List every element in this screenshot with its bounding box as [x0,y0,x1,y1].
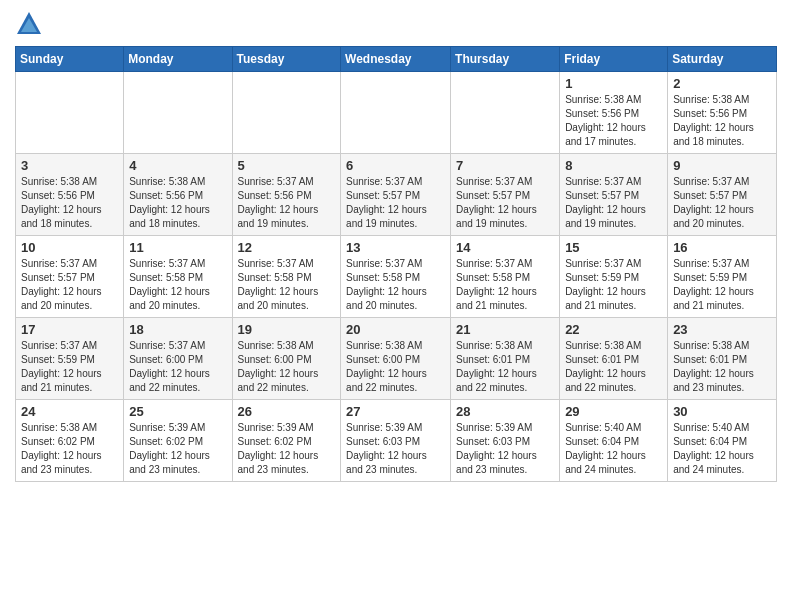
day-number: 14 [456,240,554,255]
day-number: 22 [565,322,662,337]
day-info: Sunrise: 5:38 AM Sunset: 6:01 PM Dayligh… [565,339,662,395]
day-number: 15 [565,240,662,255]
day-info: Sunrise: 5:39 AM Sunset: 6:03 PM Dayligh… [456,421,554,477]
day-info: Sunrise: 5:40 AM Sunset: 6:04 PM Dayligh… [673,421,771,477]
day-number: 12 [238,240,336,255]
day-info: Sunrise: 5:39 AM Sunset: 6:02 PM Dayligh… [238,421,336,477]
day-number: 27 [346,404,445,419]
day-info: Sunrise: 5:38 AM Sunset: 5:56 PM Dayligh… [673,93,771,149]
calendar-cell: 20Sunrise: 5:38 AM Sunset: 6:00 PM Dayli… [341,318,451,400]
day-number: 8 [565,158,662,173]
header [15,10,777,38]
day-number: 28 [456,404,554,419]
day-number: 26 [238,404,336,419]
day-info: Sunrise: 5:37 AM Sunset: 5:58 PM Dayligh… [346,257,445,313]
calendar-cell [124,72,232,154]
calendar-cell: 14Sunrise: 5:37 AM Sunset: 5:58 PM Dayli… [451,236,560,318]
calendar-cell: 25Sunrise: 5:39 AM Sunset: 6:02 PM Dayli… [124,400,232,482]
calendar-day-header: Saturday [668,47,777,72]
calendar-day-header: Thursday [451,47,560,72]
calendar-cell [232,72,341,154]
day-info: Sunrise: 5:37 AM Sunset: 5:57 PM Dayligh… [565,175,662,231]
day-info: Sunrise: 5:38 AM Sunset: 6:01 PM Dayligh… [456,339,554,395]
calendar-cell: 8Sunrise: 5:37 AM Sunset: 5:57 PM Daylig… [560,154,668,236]
day-info: Sunrise: 5:38 AM Sunset: 6:00 PM Dayligh… [346,339,445,395]
day-info: Sunrise: 5:37 AM Sunset: 5:57 PM Dayligh… [346,175,445,231]
calendar-week-row: 17Sunrise: 5:37 AM Sunset: 5:59 PM Dayli… [16,318,777,400]
calendar-week-row: 1Sunrise: 5:38 AM Sunset: 5:56 PM Daylig… [16,72,777,154]
calendar-cell: 24Sunrise: 5:38 AM Sunset: 6:02 PM Dayli… [16,400,124,482]
calendar-week-row: 24Sunrise: 5:38 AM Sunset: 6:02 PM Dayli… [16,400,777,482]
day-info: Sunrise: 5:37 AM Sunset: 5:59 PM Dayligh… [565,257,662,313]
day-number: 20 [346,322,445,337]
day-info: Sunrise: 5:38 AM Sunset: 6:00 PM Dayligh… [238,339,336,395]
calendar-day-header: Monday [124,47,232,72]
calendar-cell: 17Sunrise: 5:37 AM Sunset: 5:59 PM Dayli… [16,318,124,400]
day-info: Sunrise: 5:38 AM Sunset: 6:01 PM Dayligh… [673,339,771,395]
day-info: Sunrise: 5:37 AM Sunset: 5:58 PM Dayligh… [129,257,226,313]
calendar-cell: 5Sunrise: 5:37 AM Sunset: 5:56 PM Daylig… [232,154,341,236]
page: SundayMondayTuesdayWednesdayThursdayFrid… [0,0,792,492]
day-info: Sunrise: 5:37 AM Sunset: 5:57 PM Dayligh… [21,257,118,313]
calendar-cell: 29Sunrise: 5:40 AM Sunset: 6:04 PM Dayli… [560,400,668,482]
calendar-cell: 27Sunrise: 5:39 AM Sunset: 6:03 PM Dayli… [341,400,451,482]
day-info: Sunrise: 5:38 AM Sunset: 5:56 PM Dayligh… [565,93,662,149]
calendar-cell: 11Sunrise: 5:37 AM Sunset: 5:58 PM Dayli… [124,236,232,318]
day-info: Sunrise: 5:38 AM Sunset: 5:56 PM Dayligh… [21,175,118,231]
calendar-cell: 15Sunrise: 5:37 AM Sunset: 5:59 PM Dayli… [560,236,668,318]
calendar-day-header: Sunday [16,47,124,72]
day-info: Sunrise: 5:37 AM Sunset: 5:58 PM Dayligh… [238,257,336,313]
day-number: 17 [21,322,118,337]
calendar-cell [16,72,124,154]
calendar-cell [451,72,560,154]
calendar-cell: 1Sunrise: 5:38 AM Sunset: 5:56 PM Daylig… [560,72,668,154]
day-number: 4 [129,158,226,173]
day-number: 13 [346,240,445,255]
day-info: Sunrise: 5:37 AM Sunset: 6:00 PM Dayligh… [129,339,226,395]
day-info: Sunrise: 5:39 AM Sunset: 6:03 PM Dayligh… [346,421,445,477]
calendar-cell: 3Sunrise: 5:38 AM Sunset: 5:56 PM Daylig… [16,154,124,236]
day-number: 30 [673,404,771,419]
day-number: 25 [129,404,226,419]
day-info: Sunrise: 5:39 AM Sunset: 6:02 PM Dayligh… [129,421,226,477]
day-number: 24 [21,404,118,419]
logo-icon [15,10,43,38]
calendar-cell: 21Sunrise: 5:38 AM Sunset: 6:01 PM Dayli… [451,318,560,400]
day-number: 9 [673,158,771,173]
calendar-cell [341,72,451,154]
day-info: Sunrise: 5:37 AM Sunset: 5:57 PM Dayligh… [673,175,771,231]
calendar-day-header: Tuesday [232,47,341,72]
day-info: Sunrise: 5:38 AM Sunset: 6:02 PM Dayligh… [21,421,118,477]
calendar-cell: 19Sunrise: 5:38 AM Sunset: 6:00 PM Dayli… [232,318,341,400]
calendar-cell: 6Sunrise: 5:37 AM Sunset: 5:57 PM Daylig… [341,154,451,236]
day-number: 6 [346,158,445,173]
day-info: Sunrise: 5:37 AM Sunset: 5:59 PM Dayligh… [21,339,118,395]
day-number: 2 [673,76,771,91]
day-number: 1 [565,76,662,91]
day-number: 3 [21,158,118,173]
calendar-cell: 7Sunrise: 5:37 AM Sunset: 5:57 PM Daylig… [451,154,560,236]
day-number: 5 [238,158,336,173]
day-number: 21 [456,322,554,337]
day-number: 23 [673,322,771,337]
calendar-day-header: Wednesday [341,47,451,72]
day-number: 19 [238,322,336,337]
day-info: Sunrise: 5:37 AM Sunset: 5:59 PM Dayligh… [673,257,771,313]
calendar-week-row: 3Sunrise: 5:38 AM Sunset: 5:56 PM Daylig… [16,154,777,236]
day-info: Sunrise: 5:37 AM Sunset: 5:56 PM Dayligh… [238,175,336,231]
calendar-table: SundayMondayTuesdayWednesdayThursdayFrid… [15,46,777,482]
day-info: Sunrise: 5:37 AM Sunset: 5:57 PM Dayligh… [456,175,554,231]
day-info: Sunrise: 5:37 AM Sunset: 5:58 PM Dayligh… [456,257,554,313]
calendar-cell: 9Sunrise: 5:37 AM Sunset: 5:57 PM Daylig… [668,154,777,236]
calendar-day-header: Friday [560,47,668,72]
calendar-cell: 23Sunrise: 5:38 AM Sunset: 6:01 PM Dayli… [668,318,777,400]
calendar-cell: 18Sunrise: 5:37 AM Sunset: 6:00 PM Dayli… [124,318,232,400]
day-number: 18 [129,322,226,337]
day-number: 16 [673,240,771,255]
day-number: 29 [565,404,662,419]
day-info: Sunrise: 5:40 AM Sunset: 6:04 PM Dayligh… [565,421,662,477]
calendar-cell: 13Sunrise: 5:37 AM Sunset: 5:58 PM Dayli… [341,236,451,318]
calendar-cell: 28Sunrise: 5:39 AM Sunset: 6:03 PM Dayli… [451,400,560,482]
calendar-cell: 12Sunrise: 5:37 AM Sunset: 5:58 PM Dayli… [232,236,341,318]
day-number: 10 [21,240,118,255]
